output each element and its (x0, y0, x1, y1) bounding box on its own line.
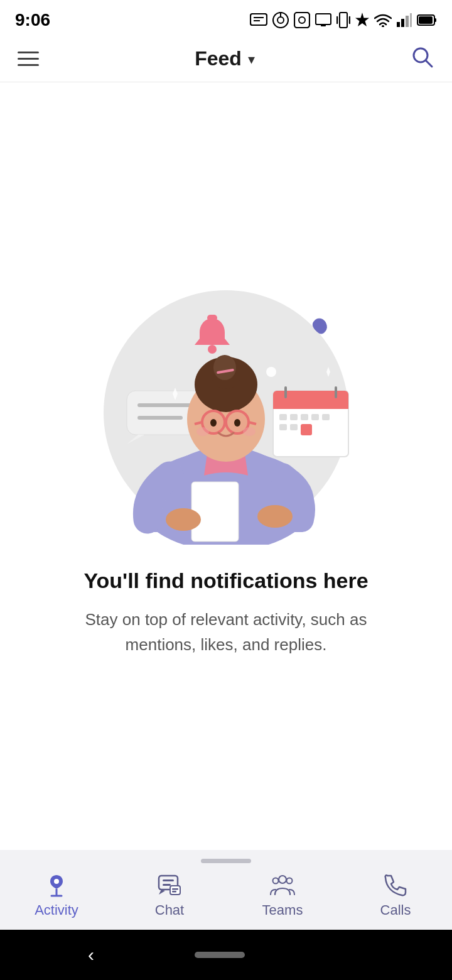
svg-rect-41 (301, 424, 312, 435)
svg-rect-8 (316, 14, 331, 24)
svg-line-23 (426, 60, 432, 67)
svg-rect-6 (294, 13, 309, 28)
empty-state-title: You'll find notifications here (83, 567, 368, 594)
feed-dropdown-button[interactable]: Feed ▾ (195, 47, 255, 70)
svg-rect-43 (207, 315, 217, 321)
svg-rect-34 (279, 414, 287, 420)
svg-rect-0 (250, 14, 267, 25)
svg-point-65 (243, 427, 256, 436)
svg-rect-48 (191, 482, 239, 542)
main-content: You'll find notifications here Stay on t… (0, 82, 452, 850)
svg-rect-40 (290, 424, 298, 430)
home-indicator[interactable] (195, 952, 245, 958)
svg-point-46 (266, 367, 276, 377)
calls-icon (382, 872, 409, 898)
drag-handle-area (0, 850, 452, 863)
svg-rect-70 (163, 879, 174, 881)
status-icons (250, 12, 437, 28)
svg-point-7 (299, 17, 305, 23)
svg-marker-13 (355, 13, 369, 26)
vibrate-icon (336, 12, 350, 28)
svg-rect-37 (311, 414, 319, 420)
message-status-icon (250, 13, 267, 27)
svg-point-67 (257, 505, 293, 528)
svg-rect-10 (340, 13, 347, 28)
drag-handle[interactable] (201, 859, 251, 863)
capture-icon (294, 12, 310, 28)
svg-rect-31 (273, 400, 348, 409)
svg-rect-35 (290, 414, 298, 420)
bottom-navigation: Activity Chat Teams Cal (0, 863, 452, 930)
activity-label: Activity (35, 902, 78, 918)
svg-point-75 (279, 876, 286, 883)
svg-rect-9 (321, 24, 326, 26)
status-time: 9:06 (15, 10, 50, 30)
svg-point-42 (208, 345, 217, 354)
empty-state-subtitle: Stay on top of relevant activity, such a… (63, 607, 389, 658)
svg-rect-71 (163, 884, 171, 886)
svg-rect-36 (301, 414, 308, 420)
svg-point-4 (277, 17, 284, 23)
top-bar: Feed ▾ (0, 38, 452, 82)
svg-point-63 (234, 419, 240, 427)
svg-rect-38 (322, 414, 330, 420)
svg-point-68 (54, 879, 59, 884)
nav-item-teams[interactable]: Teams (245, 872, 320, 918)
empty-state-illustration (88, 268, 364, 545)
wifi-icon (374, 13, 392, 27)
svg-rect-21 (419, 16, 433, 24)
chat-icon (156, 872, 183, 898)
hamburger-button[interactable] (18, 52, 39, 66)
svg-rect-15 (397, 22, 400, 27)
svg-rect-39 (279, 424, 287, 430)
activity-icon (43, 872, 70, 898)
nav-item-chat[interactable]: Chat (132, 872, 207, 918)
status-bar: 9:06 (0, 0, 452, 38)
svg-point-53 (213, 355, 236, 380)
battery-icon (417, 13, 437, 27)
remote-icon (272, 12, 289, 28)
svg-point-64 (196, 427, 209, 436)
teams-label: Teams (262, 902, 303, 918)
nav-item-activity[interactable]: Activity (19, 872, 94, 918)
svg-rect-74 (172, 891, 176, 893)
svg-rect-16 (401, 19, 404, 27)
svg-rect-17 (406, 16, 409, 27)
svg-rect-18 (410, 13, 412, 27)
svg-point-14 (382, 25, 384, 27)
search-button[interactable] (411, 45, 434, 72)
back-button[interactable]: ‹ (88, 944, 94, 966)
svg-point-62 (210, 419, 217, 427)
chat-label: Chat (155, 902, 184, 918)
svg-rect-20 (434, 18, 436, 22)
ai-icon (355, 12, 369, 28)
svg-point-76 (273, 878, 279, 884)
cast-icon (315, 13, 331, 27)
svg-point-66 (166, 508, 201, 531)
teams-icon (269, 872, 296, 898)
svg-rect-72 (170, 886, 180, 895)
svg-point-77 (287, 878, 293, 884)
feed-title: Feed (195, 47, 242, 70)
svg-rect-73 (172, 888, 178, 890)
nav-item-calls[interactable]: Calls (358, 872, 433, 918)
signal-icon (397, 13, 412, 27)
android-nav-bar: ‹ (0, 930, 452, 980)
calls-label: Calls (380, 902, 411, 918)
chevron-down-icon: ▾ (248, 52, 255, 68)
